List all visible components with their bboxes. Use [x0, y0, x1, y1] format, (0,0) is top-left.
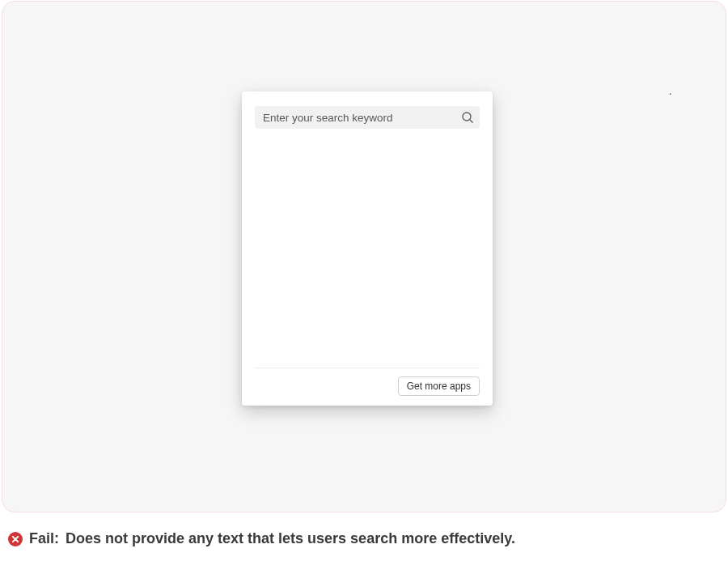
- svg-line-1: [470, 120, 473, 123]
- panel-footer: Get more apps: [255, 368, 480, 396]
- example-stage: . Get more apps: [2, 1, 726, 512]
- svg-point-0: [463, 113, 471, 121]
- search-icon[interactable]: [460, 110, 475, 125]
- search-input[interactable]: [255, 106, 480, 129]
- decorative-dot: .: [669, 87, 671, 96]
- get-more-apps-button[interactable]: Get more apps: [398, 376, 480, 396]
- error-icon: [8, 532, 23, 546]
- fail-caption: Fail: Does not provide any text that let…: [8, 530, 728, 547]
- results-area: [255, 129, 480, 368]
- search-row: [255, 106, 480, 129]
- search-panel: . Get more apps: [242, 91, 493, 406]
- fail-status-label: Fail:: [29, 530, 59, 547]
- fail-description: Does not provide any text that lets user…: [66, 530, 515, 547]
